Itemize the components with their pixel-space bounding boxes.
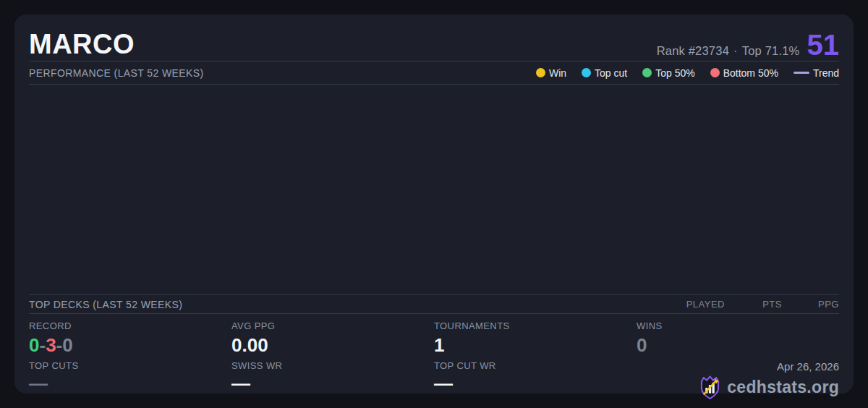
legend-item-win: Win xyxy=(536,67,566,79)
stat-label: SWISS WR xyxy=(231,360,434,372)
trend-line-icon xyxy=(793,72,809,74)
column-header-ppg: PPG xyxy=(782,299,839,310)
wins-value: 0 xyxy=(637,335,839,356)
tournaments-value: 1 xyxy=(434,335,637,356)
record-separator: - xyxy=(39,334,46,356)
legend-item-bottom-50: Bottom 50% xyxy=(710,67,778,79)
swiss-wr-value: — xyxy=(231,373,434,394)
stat-label: AVG PPG xyxy=(231,320,434,332)
brand-row: cedhstats.org xyxy=(699,375,839,400)
stat-label: TOP CUTS xyxy=(29,360,231,372)
cedhstats-logo-icon xyxy=(699,375,721,400)
card-header: MARCO Rank #23734·Top 71.1% 51 xyxy=(29,14,839,61)
top-cuts-value: — xyxy=(29,373,231,394)
performance-section-title: PERFORMANCE (LAST 52 WEEKS) xyxy=(29,67,204,79)
win-dot-icon xyxy=(536,68,545,77)
card-footer: Apr 26, 2026 cedhstats.org xyxy=(637,360,839,400)
stats-grid: RECORD 0-3-0 AVG PPG 0.00 TOURNAMENTS 1 … xyxy=(29,314,839,394)
stat-record: RECORD 0-3-0 xyxy=(29,320,231,355)
date-label: Apr 26, 2026 xyxy=(777,360,839,373)
stat-avg-ppg: AVG PPG 0.00 xyxy=(231,320,434,355)
column-header-pts: PTS xyxy=(725,299,782,310)
stat-tournaments: TOURNAMENTS 1 xyxy=(434,320,637,355)
top-cut-dot-icon xyxy=(582,68,591,77)
avg-ppg-value: 0.00 xyxy=(231,335,434,356)
rank-number: Rank #23734 xyxy=(657,44,729,57)
rank-separator: · xyxy=(733,44,738,57)
deck-table-columns: PLAYED PTS PPG xyxy=(668,299,839,310)
record-losses: 3 xyxy=(46,334,56,356)
legend-label: Top 50% xyxy=(655,67,694,79)
top-decks-section-title: TOP DECKS (LAST 52 WEEKS) xyxy=(29,299,182,310)
legend-item-trend: Trend xyxy=(793,67,839,79)
record-separator: - xyxy=(56,334,63,356)
player-name: MARCO xyxy=(29,30,135,58)
player-stats-card: MARCO Rank #23734·Top 71.1% 51 PERFORMAN… xyxy=(14,14,854,394)
rank-line: Rank #23734·Top 71.1% xyxy=(657,44,800,58)
legend-label: Win xyxy=(549,67,566,79)
rank-group: Rank #23734·Top 71.1% 51 xyxy=(657,32,839,58)
bottom-50-dot-icon xyxy=(710,68,720,77)
column-header-played: PLAYED xyxy=(668,299,725,310)
stat-wins: WINS 0 xyxy=(637,320,839,355)
performance-header-row: PERFORMANCE (LAST 52 WEEKS) Win Top cut … xyxy=(29,61,839,84)
brand-name: cedhstats.org xyxy=(727,378,839,397)
legend-label: Top cut xyxy=(595,67,627,79)
legend-label: Bottom 50% xyxy=(723,67,778,79)
record-wins: 0 xyxy=(29,334,39,356)
performance-chart xyxy=(29,85,839,294)
stat-swiss-wr: SWISS WR — xyxy=(231,360,434,400)
score-value: 51 xyxy=(807,32,840,58)
top-50-dot-icon xyxy=(642,68,652,77)
stat-top-cuts: TOP CUTS — xyxy=(29,360,231,400)
legend-item-top-50: Top 50% xyxy=(642,67,694,79)
stat-label: TOURNAMENTS xyxy=(434,320,637,332)
top-percent: Top 71.1% xyxy=(742,44,800,57)
legend-item-top-cut: Top cut xyxy=(582,67,627,79)
top-decks-header-row: TOP DECKS (LAST 52 WEEKS) PLAYED PTS PPG xyxy=(29,295,839,313)
stat-label: WINS xyxy=(637,320,839,332)
legend-label: Trend xyxy=(813,67,839,79)
chart-legend: Win Top cut Top 50% Bottom 50% Trend xyxy=(536,67,839,79)
page-background: { "header": { "title": "MARCO", "rank_te… xyxy=(0,0,868,408)
top-cut-wr-value: — xyxy=(434,373,637,394)
record-value: 0-3-0 xyxy=(29,335,231,356)
stat-label: RECORD xyxy=(29,320,231,332)
record-draws: 0 xyxy=(62,334,72,356)
stat-top-cut-wr: TOP CUT WR — xyxy=(434,360,637,400)
stat-label: TOP CUT WR xyxy=(434,360,637,372)
